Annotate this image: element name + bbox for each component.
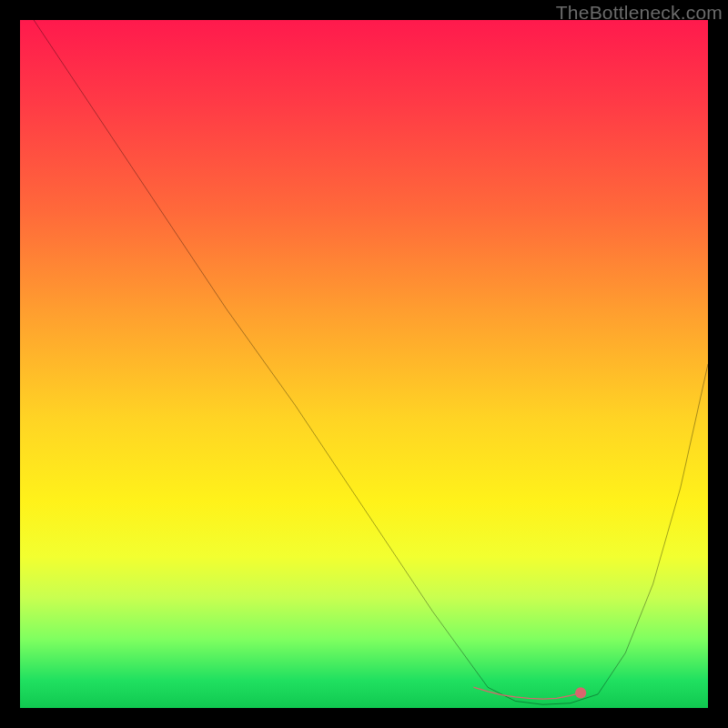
optimal-zone-endpoint [575, 687, 586, 698]
watermark-text: TheBottleneck.com [556, 2, 723, 24]
bottleneck-curve [34, 20, 708, 704]
chart-frame: TheBottleneck.com [0, 0, 728, 728]
chart-svg [20, 20, 708, 708]
optimal-zone-highlight [474, 687, 581, 699]
chart-plot-area [20, 20, 708, 708]
